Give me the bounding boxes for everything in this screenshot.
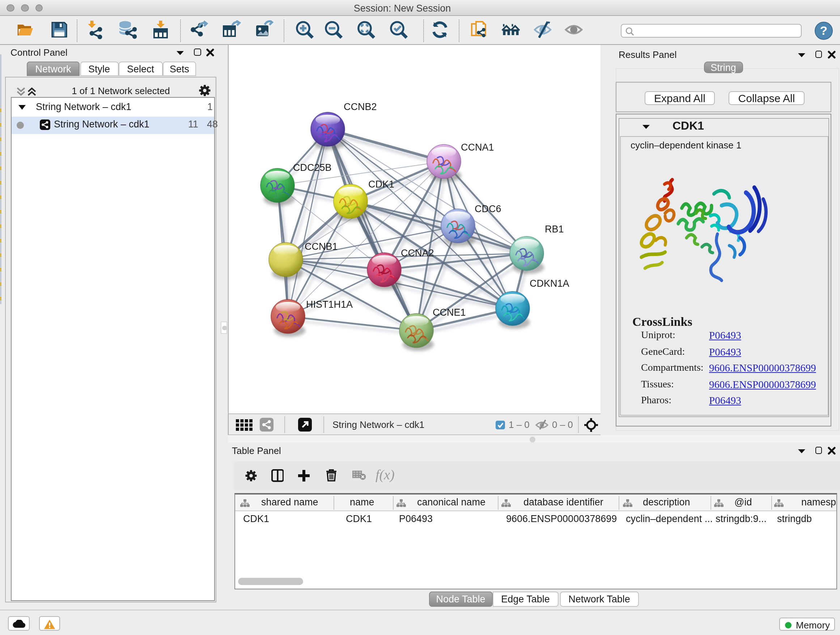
svg-text:CCNE1: CCNE1: [433, 307, 466, 318]
svg-text:CDKN1A: CDKN1A: [530, 278, 569, 289]
svg-text:RB1: RB1: [545, 224, 564, 234]
svg-text:CCNB2: CCNB2: [344, 101, 377, 112]
svg-text:CCNB1: CCNB1: [305, 241, 338, 252]
svg-text:CDK1: CDK1: [368, 179, 394, 190]
svg-text:CDC25B: CDC25B: [293, 162, 332, 173]
svg-text:CCNA1: CCNA1: [461, 142, 494, 153]
svg-text:CCNA2: CCNA2: [401, 248, 434, 258]
svg-text:CDC6: CDC6: [475, 203, 501, 214]
svg-text:HIST1H1A: HIST1H1A: [306, 299, 353, 310]
